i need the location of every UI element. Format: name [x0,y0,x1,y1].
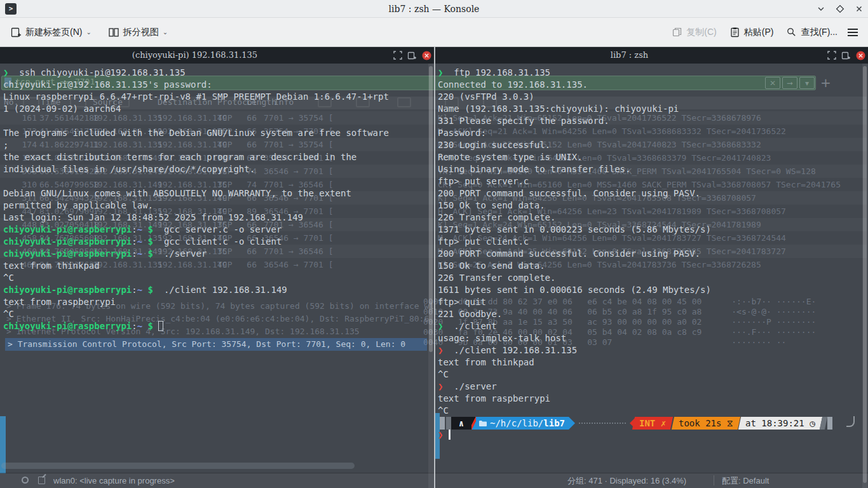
terminal-line: chiyoyuki-pi@raspberrypi:~ $ ./server [3,248,426,260]
terminal-line: Connected to 192.168.31.135. [438,79,859,91]
terminal-line: chiyoyuki-pi@raspberrypi:~ $ gcc server.… [3,224,426,236]
capture-status-text: wlan0: <live capture in progress> [53,473,175,488]
terminal-line: text from raspberrypi [3,296,426,308]
copy-label: 复制(C) [686,27,716,38]
main-toolbar: 新建标签页(N) ⌄ 拆分视图 ⌄ 复制(C) 粘贴(P) 查找(F)... [0,18,868,47]
terminal-line: ^C [3,272,426,284]
terminal-line: 1 (2024-09-02) aarch64 [3,103,426,115]
left-pane-title: (chiyoyuki-pi) 192.168.31.135 [0,47,390,64]
statusbar-divider [714,475,714,485]
terminal-line: Using binary mode to transfer files. [438,163,859,175]
terminal-line: Password: [438,127,859,139]
terminal-line [3,115,426,127]
terminal-line: 1371 bytes sent in 0.000223 seconds (5.8… [438,224,859,236]
wireshark-hscrollbar [1,463,355,469]
menu-button[interactable] [846,27,859,37]
terminal-line: 220 (vsFTPd 3.0.3) [438,91,859,103]
chevron-down-icon: ⌄ [163,29,168,36]
terminal-line: Linux raspberrypi 6.6.47+rpt-rpi-v8 #1 S… [3,91,426,103]
expand-pane-icon[interactable] [393,51,402,60]
terminal-line: 200 PORT command successful. Consider us… [438,187,859,200]
terminal-line: 331 Please specify the password. [438,115,859,127]
capture-status-icon [22,477,29,484]
terminal-line: ^C [3,308,426,320]
close-pane-icon[interactable] [856,51,865,60]
wireshark-selection-strip [0,416,6,473]
terminal-line: chiyoyuki-pi@192.168.31.135's password: [3,79,426,91]
terminal-line: 1611 bytes sent in 0.000616 seconds (2.4… [438,284,859,296]
close-button[interactable] [854,4,864,14]
terminal-line: 150 Ok to send data. [438,260,859,272]
terminal-line: 200 PORT command successful. Consider us… [438,248,859,260]
find-label: 查找(F)... [801,27,837,38]
prompt-exit-status: INT ✗ [632,417,672,430]
left-terminal-scrollbar[interactable] [428,64,433,488]
terminal-line: Last login: Sun Jan 12 18:48:52 2025 fro… [3,212,426,224]
terminal-line: chiyoyuki-pi@raspberrypi:~ $ gcc client.… [3,236,426,248]
terminal-line: the exact distribution terms for each pr… [3,151,426,163]
cursor-hollow [158,321,163,331]
search-icon [786,27,797,37]
wireshark-detail-row: > Transmission Control Protocol, Src Por… [5,338,427,351]
paste-icon [729,27,740,37]
terminal-line: Remote system type is UNIX. [438,151,859,163]
terminal-line: The programs included with the Debian GN… [3,127,426,139]
window-title: lib7 : zsh — Konsole [0,0,868,18]
split-view-icon [108,27,119,38]
terminal-line: ❯ ftp 192.168.31.135 [438,67,859,79]
powerline-prompt: ∧~/h/c/lib/lib7INT ✗took 21s ⧖at 18:39:2… [440,417,832,430]
detach-tab-icon[interactable] [407,51,417,60]
expand-pane-icon[interactable] [827,51,836,60]
terminal-line: ❯ ./client [438,320,859,332]
terminal-line: 221 Goodbye. [438,308,859,320]
window-titlebar: > lib7 : zsh — Konsole [0,0,868,18]
terminal-line: ftp> put server.c [438,175,859,187]
terminal-line: chiyoyuki-pi@raspberrypi:~ $ ./client 19… [3,284,426,296]
terminal-line: ❯ ssh chiyoyuki-pi@192.168.31.135 [3,67,426,79]
new-tab-label: 新建标签页(N) [25,27,82,38]
terminal-line [3,175,426,187]
terminal-line: usage: simplex-talk host [438,332,859,344]
copy-button[interactable]: 复制(C) [665,21,722,44]
folder-icon [478,420,487,427]
terminal-line: ^C [438,369,859,381]
terminal-line: ftp> quit [438,296,859,308]
terminal-line: ; [3,139,426,151]
terminal-line: individual files in /usr/share/doc/*/cop… [3,163,426,175]
prompt-caret: ∧ [451,417,471,430]
paste-button[interactable]: 粘贴(P) [723,21,780,44]
terminal-line: ❯ ./server [438,381,859,393]
terminal-line: ❯ [438,429,859,441]
copy-icon [672,27,682,37]
right-pane-header: lib7 : zsh [435,47,868,64]
terminal-line: Debian GNU/Linux comes with ABSOLUTELY N… [3,187,426,200]
pane-divider[interactable] [434,47,435,488]
right-terminal[interactable]: ❯ ftp 192.168.31.135Connected to 192.168… [438,67,859,441]
maximize-button[interactable] [835,4,845,14]
prompt-duration: took 21s ⧖ [672,417,740,430]
terminal-line: ∧~/h/c/lib/lib7INT ✗took 21s ⧖at 18:39:2… [438,417,859,429]
profile-text: 配置: Default [722,473,864,488]
close-pane-icon[interactable] [422,51,431,60]
cursor-bar [449,430,451,440]
terminal-line: text from raspberrypi [438,393,859,405]
prompt-time: at 18:39:21 ◷ [738,417,822,430]
terminal-line: permitted by applicable law. [3,200,426,212]
split-view-button[interactable]: 拆分视图 ⌄ [102,21,174,44]
left-terminal[interactable]: ❯ ssh chiyoyuki-pi@192.168.31.135chiyoyu… [3,67,426,332]
terminal-line: text from thinkpad [3,260,426,272]
terminal-line: ftp> put client.c [438,236,859,248]
find-button[interactable]: 查找(F)... [780,21,844,44]
detach-tab-icon[interactable] [841,51,851,60]
left-pane-header: (chiyoyuki-pi) 192.168.31.135 [0,47,434,64]
terminal-line: 230 Login successful. [438,139,859,151]
new-tab-button[interactable]: 新建标签页(N) ⌄ [4,21,98,44]
minimize-button[interactable] [816,4,826,14]
terminal-line: 150 Ok to send data. [438,200,859,212]
terminal-line: Name (192.168.31.135:chiyoyuki): chiyoyu… [438,103,859,115]
new-tab-icon [10,27,22,38]
split-view-label: 拆分视图 [123,27,159,38]
right-terminal-scrollbar[interactable] [862,64,867,488]
packet-count-text: 分组: 471 · Displayed: 16 (3.4%) [567,473,686,488]
annotation-icon [38,477,45,484]
